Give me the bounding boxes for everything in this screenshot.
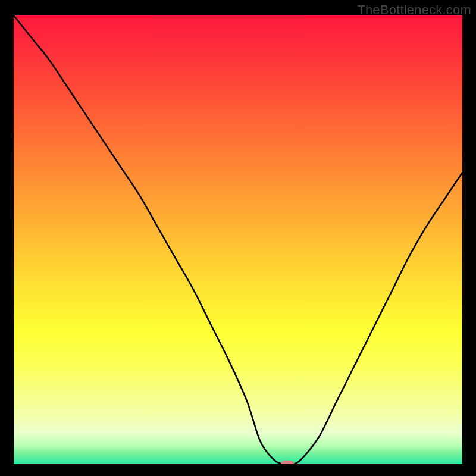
bottleneck-curve <box>14 15 462 464</box>
optimum-marker <box>280 461 294 464</box>
watermark-text: TheBottleneck.com <box>357 2 471 18</box>
plot-area <box>14 15 462 464</box>
curve-svg <box>14 15 462 464</box>
chart-frame: TheBottleneck.com <box>0 0 476 476</box>
